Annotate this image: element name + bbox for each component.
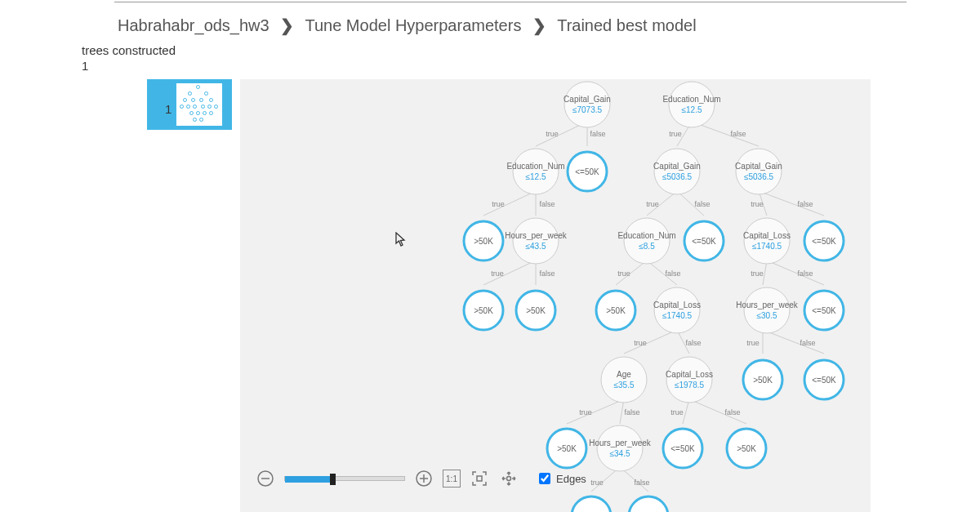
svg-text:<=50K: <=50K	[575, 167, 599, 176]
pan-button[interactable]	[498, 468, 519, 489]
thumb-index: 1	[165, 102, 172, 116]
node: Capital_Loss≤1740.5	[653, 287, 701, 333]
svg-text:true: true	[746, 339, 760, 347]
node: Hours_per_week≤43.5	[505, 218, 568, 264]
tree-canvas[interactable]: truefalse truefalse truefalse truefalse …	[240, 79, 871, 512]
leaf	[629, 496, 668, 512]
svg-text:false: false	[665, 269, 680, 278]
svg-text:≤12.5: ≤12.5	[526, 172, 546, 181]
svg-text:false: false	[800, 339, 815, 347]
leaf: >50K	[743, 360, 782, 399]
svg-text:true: true	[669, 130, 682, 138]
node: Capital_Loss≤1978.5	[666, 357, 713, 403]
node: Capital_Gain≤5036.5	[653, 149, 701, 194]
svg-line-16	[624, 330, 677, 354]
svg-point-63	[654, 149, 700, 194]
svg-text:≤35.5: ≤35.5	[614, 381, 635, 390]
svg-text:Hours_per_week: Hours_per_week	[505, 231, 568, 240]
svg-text:≤7073.5: ≤7073.5	[572, 105, 603, 114]
svg-text:>50K: >50K	[474, 306, 493, 315]
leaf: >50K	[464, 291, 503, 330]
svg-text:≤1740.5: ≤1740.5	[662, 311, 693, 320]
crumb-leaf: Trained best model	[557, 16, 696, 34]
svg-point-98	[601, 357, 647, 403]
svg-text:true: true	[751, 269, 764, 278]
svg-text:>50K: >50K	[557, 444, 577, 453]
svg-text:Capital_Gain: Capital_Gain	[735, 162, 782, 171]
svg-point-90	[654, 287, 700, 333]
svg-text:≤34.5: ≤34.5	[610, 449, 630, 458]
edges-checkbox[interactable]	[539, 473, 550, 484]
svg-text:Capital_Loss: Capital_Loss	[743, 231, 791, 240]
svg-line-22	[683, 399, 689, 424]
fit-to-screen-button[interactable]	[469, 468, 490, 489]
svg-line-20	[567, 399, 624, 424]
node: Capital_Loss≤1740.5	[743, 218, 791, 264]
svg-text:false: false	[724, 408, 740, 416]
zoom-1to1-button[interactable]: 1:1	[443, 470, 461, 488]
leaf: <=50K	[804, 291, 844, 330]
zoom-slider[interactable]	[284, 476, 405, 481]
leaf	[572, 496, 611, 512]
leaf: <=50K	[663, 429, 702, 468]
svg-text:Education_Num: Education_Num	[617, 231, 675, 240]
svg-text:true: true	[646, 200, 659, 208]
leaf: <=50K	[684, 221, 724, 260]
leaf: <=50K	[568, 152, 607, 191]
svg-point-93	[744, 287, 790, 333]
tree-thumbnail[interactable]: 1	[147, 79, 232, 130]
svg-point-52	[564, 82, 610, 127]
svg-text:false: false	[694, 200, 710, 208]
svg-text:≤1740.5: ≤1740.5	[752, 242, 782, 251]
svg-text:≤43.5: ≤43.5	[526, 242, 546, 251]
svg-text:true: true	[492, 200, 505, 208]
svg-text:true: true	[634, 339, 647, 347]
svg-text:<=50K: <=50K	[812, 306, 836, 315]
node: Age≤35.5	[601, 357, 647, 403]
crumb-module[interactable]: Tune Model Hyperparameters	[305, 16, 521, 34]
trees-constructed-count: 1	[82, 59, 980, 73]
zoom-in-button[interactable]	[413, 468, 434, 489]
node: Education_Num≤12.5	[662, 82, 720, 127]
leaf: >50K	[547, 429, 586, 468]
svg-text:true: true	[670, 408, 684, 416]
node: Capital_Gain≤5036.5	[735, 149, 782, 194]
svg-point-118	[629, 496, 668, 512]
svg-text:Hours_per_week: Hours_per_week	[589, 439, 652, 447]
edges-toggle[interactable]: Edges	[536, 470, 586, 487]
svg-text:≤5036.5: ≤5036.5	[744, 172, 774, 181]
svg-text:Capital_Loss: Capital_Loss	[666, 370, 713, 379]
svg-text:Education_Num: Education_Num	[506, 162, 564, 171]
svg-text:Education_Num: Education_Num	[662, 95, 720, 104]
svg-text:≤1978.5: ≤1978.5	[675, 381, 705, 390]
node: Education_Num≤12.5	[506, 149, 564, 194]
svg-point-125	[507, 477, 511, 481]
leaf: >50K	[596, 291, 635, 330]
zoom-out-button[interactable]	[255, 468, 276, 489]
svg-text:true: true	[751, 200, 764, 208]
svg-text:Age: Age	[617, 370, 631, 379]
svg-point-79	[744, 218, 790, 264]
svg-text:Hours_per_week: Hours_per_week	[736, 301, 799, 309]
svg-point-66	[736, 149, 782, 194]
viewer-toolbar: 1:1 Edges	[255, 468, 586, 489]
svg-point-71	[513, 218, 559, 264]
thumb-image	[176, 83, 222, 126]
svg-text:false: false	[797, 269, 813, 278]
svg-text:Capital_Loss: Capital_Loss	[653, 301, 701, 309]
svg-text:false: false	[730, 130, 746, 138]
svg-text:<=50K: <=50K	[692, 237, 716, 246]
svg-text:>50K: >50K	[753, 376, 773, 385]
leaf: >50K	[464, 221, 503, 260]
svg-text:false: false	[590, 130, 605, 138]
node: Hours_per_week≤34.5	[589, 425, 652, 471]
svg-text:true: true	[579, 408, 592, 416]
svg-point-58	[513, 149, 559, 194]
svg-text:>50K: >50K	[606, 306, 626, 315]
svg-rect-124	[477, 476, 482, 481]
svg-text:false: false	[634, 479, 649, 487]
svg-point-74	[624, 218, 670, 264]
crumb-root[interactable]: Habrahabr_ods_hw3	[118, 16, 270, 34]
leaf: >50K	[727, 429, 766, 468]
svg-line-9	[759, 191, 824, 216]
